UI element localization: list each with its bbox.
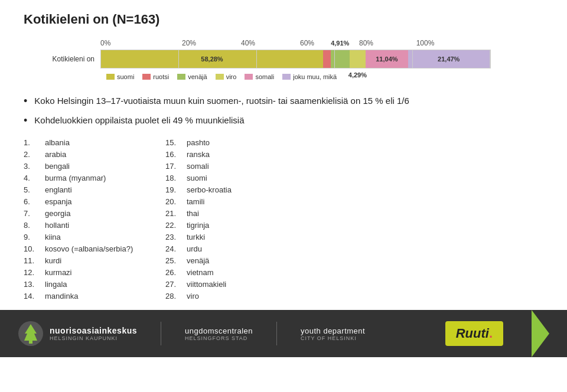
- lang-name: mandinka: [45, 292, 78, 300]
- lang-num: 23.: [165, 233, 182, 241]
- language-item: 24.urdu: [165, 244, 307, 253]
- lang-num: 14.: [24, 292, 40, 300]
- lang-num: 17.: [165, 162, 182, 171]
- legend-item-somali: somali: [245, 73, 274, 80]
- lang-num: 7.: [24, 209, 40, 218]
- language-list-section: 1.albania2.arabia3.bengali4.burma (myanm…: [24, 138, 543, 300]
- footer-ungdoms-block: ungdomscentralen HELSINGFORS STAD: [185, 326, 253, 341]
- footer-youth-block: youth department CITY OF HELSINKI: [301, 326, 365, 341]
- bar-suomi: 58,28%: [101, 50, 323, 68]
- language-item: 6.espanja: [24, 197, 165, 206]
- lang-num: 8.: [24, 221, 40, 230]
- lang-name: serbo-kroatia: [187, 185, 232, 194]
- language-item: 10.kosovo (=albania/serbia?): [24, 244, 165, 253]
- bullet-item-1: • Koko Helsingin 13–17-vuotiaista muun k…: [24, 94, 543, 107]
- lang-name: kosovo (=albania/serbia?): [45, 244, 133, 253]
- legend-label-somali: somali: [255, 73, 274, 80]
- footer-org-sub: HELSINGIN KAUPUNKI: [50, 335, 137, 341]
- language-item: 27.viittomakieli: [165, 280, 307, 289]
- lang-name: tigrinja: [187, 221, 209, 230]
- bullet-text-2: Kohdeluokkien oppilaista puolet eli 49 %…: [34, 114, 244, 126]
- lang-name: viittomakieli: [187, 280, 226, 289]
- lang-num: 28.: [165, 292, 182, 300]
- lang-name: thai: [187, 209, 199, 218]
- chart-container: 0% 20% 40% 60% 80% 100% Kotikieleni on 5…: [24, 39, 543, 80]
- lang-num: 5.: [24, 185, 40, 194]
- language-item: 3.bengali: [24, 162, 165, 171]
- legend-label-venaja: venäjä: [188, 73, 207, 80]
- lang-name: bengali: [45, 162, 70, 171]
- chart-legend: suomiruotsivenäjävirosomalijoku muu, mik…: [106, 73, 543, 80]
- bullet-dot-1: •: [24, 96, 27, 106]
- footer: nuorisoasiainkeskus HELSINGIN KAUPUNKI u…: [0, 310, 567, 357]
- legend-color-somali: [245, 74, 253, 80]
- bar-joku: 21,47%: [408, 50, 490, 68]
- footer-youth-main: youth department: [301, 326, 365, 335]
- bullet-text-1: Koko Helsingin 13–17-vuotiaista muun kui…: [34, 94, 409, 107]
- lang-num: 13.: [24, 280, 40, 289]
- lang-num: 2.: [24, 150, 40, 159]
- lang-name: georgia: [45, 209, 70, 218]
- language-item: 2.arabia: [24, 150, 165, 159]
- lang-name: arabia: [45, 150, 66, 159]
- language-item: 7.georgia: [24, 209, 165, 218]
- lang-name: kurdi: [45, 256, 61, 265]
- footer-ruuti-text: Ruuti: [456, 326, 489, 341]
- bar-venaja: 4,91%: [331, 50, 350, 68]
- language-item: 17.somali: [165, 162, 307, 171]
- language-col1: 1.albania2.arabia3.bengali4.burma (myanm…: [24, 138, 165, 300]
- language-item: 20.tamili: [165, 197, 307, 206]
- tree-icon: [18, 321, 44, 347]
- language-item: 9.kiina: [24, 233, 165, 241]
- axis-100: 100%: [396, 39, 455, 47]
- legend-color-viro: [216, 74, 224, 80]
- legend-item-suomi: suomi: [106, 73, 134, 80]
- legend-item-venaja: venäjä: [177, 73, 207, 80]
- footer-org-name: nuorisoasiainkeskus: [50, 326, 137, 335]
- footer-divider-2: [276, 322, 277, 345]
- legend-item-joku: joku muu, mikä: [282, 73, 337, 80]
- footer-divider-1: [161, 322, 161, 345]
- bar-ruotsi: [323, 50, 331, 68]
- footer-ruuti: Ruuti.: [445, 321, 503, 346]
- footer-ungdoms-main: ungdomscentralen: [185, 326, 253, 335]
- legend-color-suomi: [106, 74, 115, 80]
- legend-label-viro: viro: [226, 73, 237, 80]
- axis-20: 20%: [159, 39, 219, 47]
- lang-num: 27.: [165, 280, 182, 289]
- lang-name: suomi: [187, 174, 207, 182]
- lang-num: 16.: [165, 150, 182, 159]
- legend-color-venaja: [177, 74, 185, 80]
- axis-60: 60%: [278, 39, 337, 47]
- page-container: Kotikieleni on (N=163) 0% 20% 40% 60% 80…: [0, 0, 567, 300]
- language-item: 4.burma (myanmar): [24, 174, 165, 182]
- lang-num: 6.: [24, 197, 40, 206]
- lang-num: 18.: [165, 174, 182, 182]
- lang-num: 22.: [165, 221, 182, 230]
- legend-label-joku: joku muu, mikä: [293, 73, 337, 80]
- language-item: 23.turkki: [165, 233, 307, 241]
- lang-name: urdu: [187, 244, 202, 253]
- page-title: Kotikieleni on (N=163): [24, 12, 543, 27]
- lang-name: vietnam: [187, 268, 214, 277]
- bullet-dot-2: •: [24, 115, 27, 126]
- lang-name: venäjä: [187, 256, 209, 265]
- lang-num: 10.: [24, 244, 40, 253]
- language-item: 21.thai: [165, 209, 307, 218]
- lang-name: albania: [45, 138, 70, 147]
- legend-color-joku: [282, 74, 291, 80]
- bullet-section: • Koko Helsingin 13–17-vuotiaista muun k…: [24, 94, 543, 126]
- lang-name: espanja: [45, 197, 72, 206]
- legend-item-ruotsi: ruotsi: [142, 73, 169, 80]
- footer-org-block: nuorisoasiainkeskus HELSINGIN KAUPUNKI: [50, 326, 137, 341]
- lang-num: 26.: [165, 268, 182, 277]
- lang-num: 20.: [165, 197, 182, 206]
- language-item: 28.viro: [165, 292, 307, 300]
- lang-num: 21.: [165, 209, 182, 218]
- lang-num: 3.: [24, 162, 40, 171]
- lang-num: 9.: [24, 233, 40, 241]
- legend-color-ruotsi: [142, 74, 151, 80]
- svg-rect-2: [29, 341, 32, 344]
- lang-name: somali: [187, 162, 209, 171]
- lang-name: lingala: [45, 280, 67, 289]
